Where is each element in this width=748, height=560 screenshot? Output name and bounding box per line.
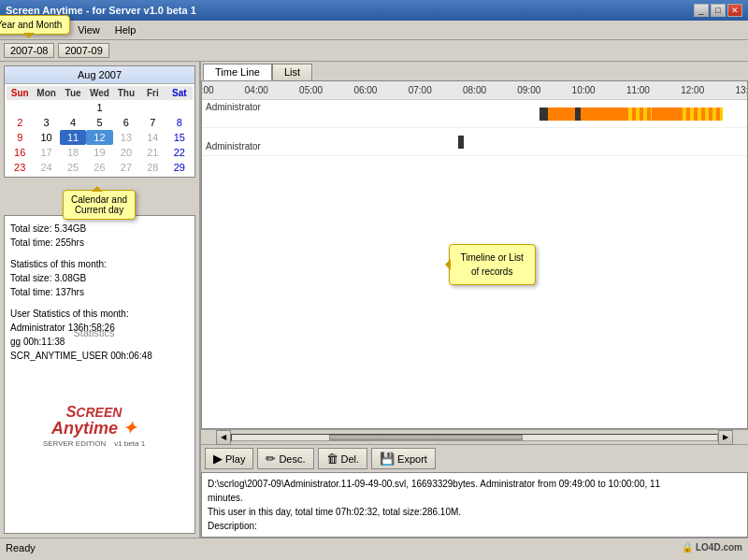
window-controls: _ □ ✕ [694, 4, 742, 17]
cal-header-wed: Wed [86, 86, 112, 100]
time-label-0500: 05:00 [299, 85, 323, 95]
cal-day[interactable]: 23 [7, 160, 33, 175]
timeline-header: 03:00 04:00 05:00 06:00 07:00 08:00 09:0… [202, 81, 747, 100]
time-label-0900: 09:00 [517, 85, 540, 95]
menu-help[interactable]: Help [108, 22, 144, 37]
export-icon: 💾 [380, 452, 395, 466]
cal-day[interactable]: 2 [7, 115, 33, 130]
tab-list[interactable]: List [272, 64, 312, 80]
cal-day[interactable]: 4 [60, 115, 86, 130]
cal-header-mon: Mon [33, 86, 59, 100]
timeline-bar [679, 108, 723, 121]
cal-day[interactable]: 22 [166, 145, 193, 160]
scroll-right-arrow[interactable]: ▶ [718, 430, 733, 445]
desc-button[interactable]: ✏ Desc. [257, 448, 313, 469]
close-button[interactable]: ✕ [727, 4, 742, 17]
cal-day[interactable] [60, 100, 86, 115]
info-line2: minutes. [208, 491, 741, 505]
menu-view[interactable]: View [70, 22, 108, 37]
cal-day[interactable]: 25 [60, 160, 86, 175]
cal-day[interactable]: 15 [166, 130, 193, 145]
time-label-1300: 13:00 [735, 85, 747, 95]
desc-icon: ✏ [266, 452, 276, 466]
tab-timeline[interactable]: Time Line [203, 64, 272, 80]
timeline-row-1: Administrator [202, 100, 747, 128]
del-icon: 🗑 [326, 452, 338, 466]
cal-day[interactable] [139, 100, 165, 115]
minimize-button[interactable]: _ [694, 4, 709, 17]
maximize-button[interactable]: □ [711, 4, 726, 17]
del-button[interactable]: 🗑 Del. [318, 448, 368, 469]
stats-user-header: User Statistics of this month: [10, 307, 189, 321]
cal-day[interactable]: 5 [86, 115, 112, 130]
timeline-row-2: Administrator [202, 128, 747, 156]
timeline-user-label-2: Administrator [206, 141, 261, 151]
cal-day-today[interactable]: 11 [60, 130, 86, 145]
time-label-0800: 08:00 [463, 85, 486, 95]
stats-user3: SCR_ANYTIME_USER 00h:06:48 [10, 349, 189, 363]
menu-file[interactable]: File [4, 22, 36, 37]
info-line1: D:\scrlog\2007-09\Administrator.11-09-49… [208, 477, 741, 491]
cal-day[interactable]: 8 [166, 115, 193, 130]
cal-header-fri: Fri [139, 86, 165, 100]
time-label-1000: 10:00 [572, 85, 596, 95]
cal-day[interactable]: 26 [86, 160, 112, 175]
cal-day[interactable]: 9 [7, 130, 33, 145]
calendar-days-header: Sun Mon Tue Wed Thu Fri Sat [7, 86, 193, 100]
right-panel: Time Line List 03:00 04:00 05:00 06:00 0… [201, 62, 748, 538]
status-text: Ready [6, 542, 36, 553]
window-title: Screen Anytime - for Server v1.0 beta 1 [6, 5, 196, 16]
cal-day[interactable]: 21 [139, 145, 165, 160]
cal-day[interactable]: 24 [33, 160, 59, 175]
timeline-bar [581, 108, 625, 121]
cal-header-sat: Sat [166, 86, 193, 100]
cal-day[interactable]: 13 [113, 130, 139, 145]
info-line3: This user in this day, total time 07h:02… [208, 505, 741, 519]
status-bar: Ready 🔒 LO4D.com [0, 538, 748, 556]
calendar-header: Aug 2007 [5, 66, 194, 84]
cal-header-thu: Thu [113, 86, 139, 100]
year-month-btn-1[interactable]: 2007-08 [4, 43, 54, 58]
cal-day[interactable]: 19 [86, 145, 112, 160]
cal-day[interactable]: 3 [33, 115, 59, 130]
cal-day[interactable]: 6 [113, 115, 139, 130]
cal-day[interactable]: 18 [60, 145, 86, 160]
cal-day[interactable] [166, 100, 193, 115]
cal-day[interactable]: 20 [113, 145, 139, 160]
calendar: Aug 2007 Sun Mon Tue Wed Thu Fri Sat [4, 65, 195, 178]
stats-total-time: Total time: 255hrs [10, 236, 189, 250]
cal-day[interactable] [113, 100, 139, 115]
scroll-thumb[interactable] [329, 435, 524, 440]
timeline-tooltip: Timeline or Listof records [448, 244, 535, 285]
menu-item[interactable]: Item [36, 22, 70, 37]
cal-day[interactable]: 14 [139, 130, 165, 145]
time-label-0600: 06:00 [353, 85, 377, 95]
cal-day[interactable]: 16 [7, 145, 33, 160]
cal-day[interactable]: 27 [113, 160, 139, 175]
info-line4: Description: [208, 519, 741, 533]
export-button[interactable]: 💾 Export [371, 448, 436, 469]
cal-week-5: 23 24 25 26 27 28 29 Calendar andCurrent… [7, 160, 193, 175]
time-label-0700: 07:00 [409, 85, 432, 95]
year-month-btn-2[interactable]: 2007-09 [58, 43, 108, 58]
cal-day[interactable]: 29 [166, 160, 193, 175]
cal-day-selected[interactable]: 12 [86, 130, 112, 145]
time-label-0300: 03:00 [202, 85, 214, 95]
scroll-left-arrow[interactable]: ◀ [216, 430, 231, 445]
play-icon: ▶ [213, 452, 223, 466]
del-label: Del. [341, 453, 360, 465]
timeline-user-label-1: Administrator [206, 102, 261, 112]
cal-day[interactable] [33, 100, 59, 115]
cal-day[interactable]: 1 [86, 100, 112, 115]
stats-section-label: Statistics [10, 325, 178, 341]
cal-day[interactable]: 7 [139, 115, 165, 130]
logo-brand: SCREEN Anytime ✦ [10, 403, 178, 437]
timeline-bar [652, 108, 679, 121]
cal-day[interactable] [7, 100, 33, 115]
scroll-track[interactable] [231, 434, 718, 441]
cal-day[interactable]: 17 [33, 145, 59, 160]
main-layout: Aug 2007 Sun Mon Tue Wed Thu Fri Sat [0, 62, 748, 538]
cal-day[interactable]: 10 [33, 130, 59, 145]
cal-day[interactable]: 28 [139, 160, 165, 175]
play-button[interactable]: ▶ Play [205, 448, 253, 469]
